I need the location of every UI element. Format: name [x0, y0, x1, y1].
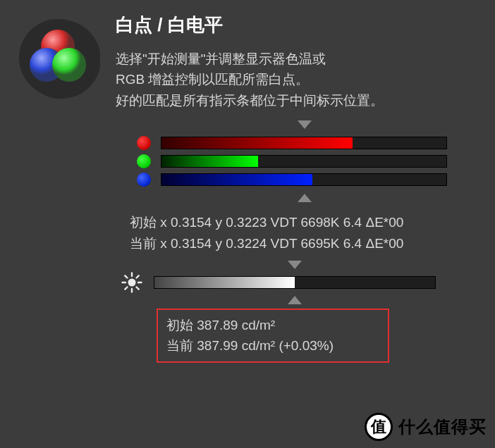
meter-row-red [137, 136, 447, 150]
rgb-circles-icon [16, 15, 100, 100]
meter-row-green [137, 154, 447, 168]
svg-line-9 [125, 275, 127, 278]
luminance-current: 当前 387.99 cd/m² (+0.03%) [166, 336, 379, 356]
green-bar [161, 155, 447, 168]
brightness-target-top-icon [288, 261, 302, 269]
red-dot-icon [137, 136, 151, 150]
target-marker-top-icon [298, 120, 312, 129]
svg-line-10 [137, 287, 139, 290]
page-title: 白点 / 白电平 [116, 13, 479, 37]
brightness-icon [121, 272, 142, 293]
green-dot-icon [137, 154, 151, 168]
watermark-badge-icon: 值 [365, 413, 393, 441]
svg-point-4 [128, 279, 136, 287]
brightness-bar [154, 276, 436, 289]
meter-row-blue [137, 173, 447, 187]
description: 选择"开始测量"并调整显示器色温或 RGB 增益控制以匹配所需白点。 好的匹配是… [116, 49, 479, 111]
rgb-meter-group [137, 123, 447, 199]
svg-point-3 [52, 48, 86, 82]
watermark: 值 什么值得买 [365, 413, 487, 441]
red-bar [161, 137, 447, 149]
readout-initial: 初始 x 0.3154 y 0.3223 VDT 6698K 6.4 ΔE*00 [130, 212, 479, 232]
svg-line-11 [125, 287, 127, 290]
readout-current: 当前 x 0.3154 y 0.3224 VDT 6695K 6.4 ΔE*00 [130, 233, 479, 254]
svg-line-12 [137, 275, 139, 278]
whitepoint-readout: 初始 x 0.3154 y 0.3223 VDT 6698K 6.4 ΔE*00… [130, 212, 479, 254]
blue-dot-icon [137, 173, 151, 187]
luminance-initial: 初始 387.89 cd/m² [166, 316, 379, 336]
luminance-info-box: 初始 387.89 cd/m² 当前 387.99 cd/m² (+0.03%) [157, 309, 389, 363]
brightness-target-bottom-icon [288, 296, 302, 304]
brightness-meter-group [121, 272, 447, 293]
watermark-text: 什么值得买 [398, 416, 487, 438]
blue-bar [161, 173, 447, 186]
target-marker-bottom-icon [298, 194, 312, 202]
